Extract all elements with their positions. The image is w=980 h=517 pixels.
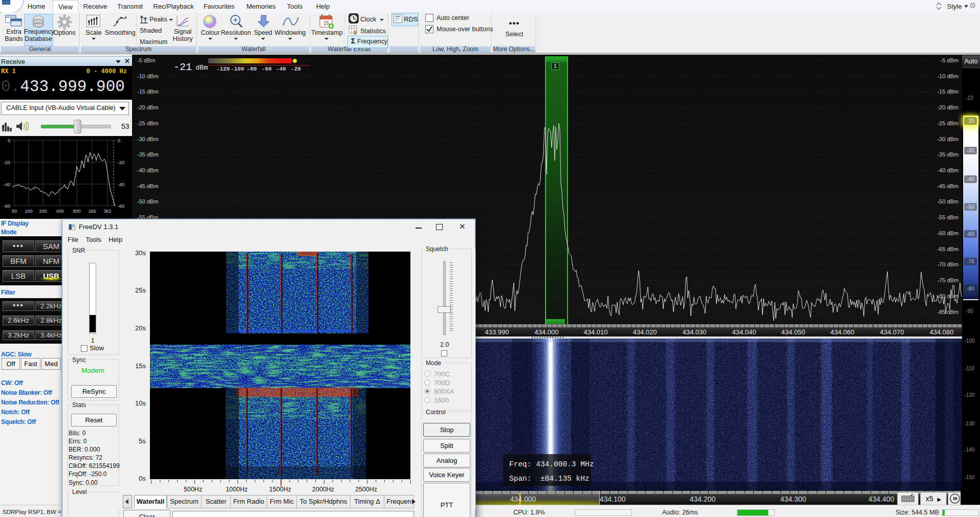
svg-text:0: 0 <box>118 138 120 143</box>
svg-text:-20: -20 <box>118 160 124 165</box>
svg-text:9: 9 <box>354 30 357 35</box>
svg-text:-20: -20 <box>4 160 10 165</box>
svg-text:-40: -40 <box>4 182 10 187</box>
svg-text:0: 0 <box>8 138 10 143</box>
svg-text:-60: -60 <box>118 204 124 209</box>
svg-text:800: 800 <box>73 209 80 214</box>
svg-text:3k2: 3k2 <box>104 209 112 214</box>
svg-text:200: 200 <box>39 209 47 214</box>
svg-text:1k6: 1k6 <box>89 209 96 214</box>
svg-text:100: 100 <box>25 209 32 214</box>
svg-text:400: 400 <box>56 209 63 214</box>
svg-text:-60: -60 <box>4 204 10 209</box>
svg-text:-40: -40 <box>118 182 124 187</box>
svg-text:50: 50 <box>12 209 17 214</box>
